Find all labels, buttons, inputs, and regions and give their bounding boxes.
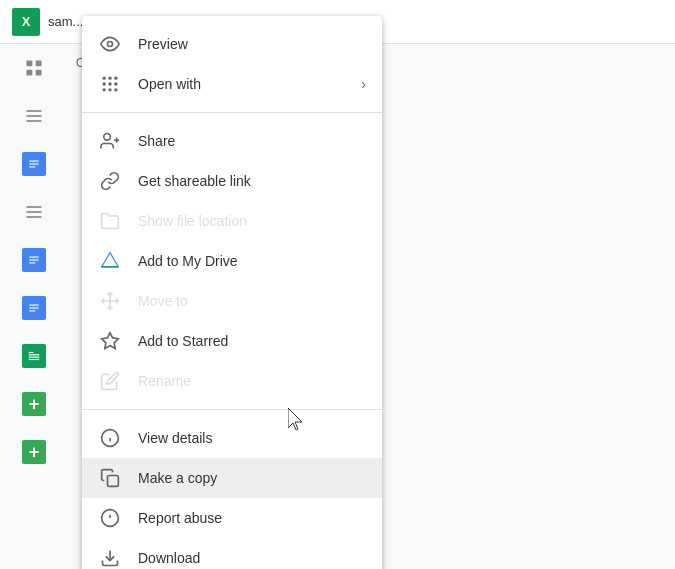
svg-rect-18 [29,310,35,311]
context-menu: Preview Open with › Share Get shareable … [82,16,382,569]
star-icon [98,329,122,353]
svg-point-29 [114,82,117,85]
open-with-label: Open with [138,76,361,92]
svg-point-31 [108,88,111,91]
svg-rect-13 [29,257,38,258]
svg-point-33 [104,134,111,141]
menu-item-get-link[interactable]: Get shareable link [82,161,382,201]
svg-rect-4 [27,110,42,112]
svg-rect-17 [29,307,38,308]
sidebar-icon-2 [0,92,68,140]
svg-rect-14 [29,259,38,260]
menu-item-show-location: Show file location [82,201,382,241]
menu-item-report-abuse[interactable]: Report abuse [82,498,382,538]
svg-rect-16 [29,305,38,306]
menu-item-download[interactable]: Download [82,538,382,569]
pencil-icon [98,369,122,393]
move-to-label: Move to [138,293,366,309]
divider-2 [82,409,382,410]
folder-icon [98,209,122,233]
sidebar-icon-8: + [0,380,68,428]
file-type-icon: X [12,8,40,36]
svg-point-27 [103,82,106,85]
svg-rect-21 [29,357,40,358]
sidebar-icon-1 [0,44,68,92]
menu-item-add-drive[interactable]: Add to My Drive [82,241,382,281]
sidebar-icon-6 [0,284,68,332]
menu-item-starred[interactable]: Add to Starred [82,321,382,361]
grid-icon [98,72,122,96]
svg-rect-3 [36,70,42,76]
svg-point-30 [103,88,106,91]
menu-item-share[interactable]: Share [82,121,382,161]
sidebar-icon-3 [0,140,68,188]
copy-icon [98,466,122,490]
svg-rect-40 [108,476,119,487]
menu-item-make-copy[interactable]: Make a copy [82,458,382,498]
svg-rect-2 [27,70,33,76]
svg-rect-1 [36,61,42,67]
svg-rect-7 [29,161,38,162]
show-location-label: Show file location [138,213,366,229]
sidebar-icon-5 [0,236,68,284]
svg-rect-11 [27,211,42,213]
drive-icon [98,249,122,273]
download-icon [98,546,122,569]
warning-icon [98,506,122,530]
info-icon [98,426,122,450]
svg-rect-12 [27,216,42,218]
download-label: Download [138,550,366,566]
svg-rect-15 [29,262,35,263]
svg-point-28 [108,82,111,85]
svg-point-25 [108,77,111,80]
svg-rect-19 [29,352,34,353]
menu-item-move-to: Move to [82,281,382,321]
svg-rect-0 [27,61,33,67]
sidebar: + + [0,44,68,569]
svg-rect-10 [27,206,42,208]
add-drive-label: Add to My Drive [138,253,366,269]
svg-rect-9 [29,166,35,167]
svg-rect-20 [29,354,40,355]
file-name: sam... [48,14,83,29]
menu-item-rename: Rename [82,361,382,401]
make-copy-label: Make a copy [138,470,366,486]
link-icon [98,169,122,193]
menu-item-view-details[interactable]: View details [82,418,382,458]
move-icon [98,289,122,313]
svg-rect-6 [27,120,42,122]
chevron-right-icon: › [361,76,366,92]
get-link-label: Get shareable link [138,173,366,189]
report-abuse-label: Report abuse [138,510,366,526]
starred-label: Add to Starred [138,333,366,349]
svg-point-24 [103,77,106,80]
svg-rect-22 [29,359,40,360]
sidebar-icon-4 [0,188,68,236]
svg-point-26 [114,77,117,80]
preview-label: Preview [138,36,366,52]
svg-rect-5 [27,115,42,117]
sidebar-icon-9: + [0,428,68,476]
view-details-label: View details [138,430,366,446]
share-label: Share [138,133,366,149]
person-add-icon [98,129,122,153]
svg-marker-36 [102,333,119,349]
eye-icon [98,32,122,56]
svg-point-23 [108,42,113,47]
sidebar-icon-7 [0,332,68,380]
divider-1 [82,112,382,113]
menu-item-open-with[interactable]: Open with › [82,64,382,104]
menu-item-preview[interactable]: Preview [82,24,382,64]
svg-point-32 [114,88,117,91]
rename-label: Rename [138,373,366,389]
svg-rect-8 [29,163,38,164]
